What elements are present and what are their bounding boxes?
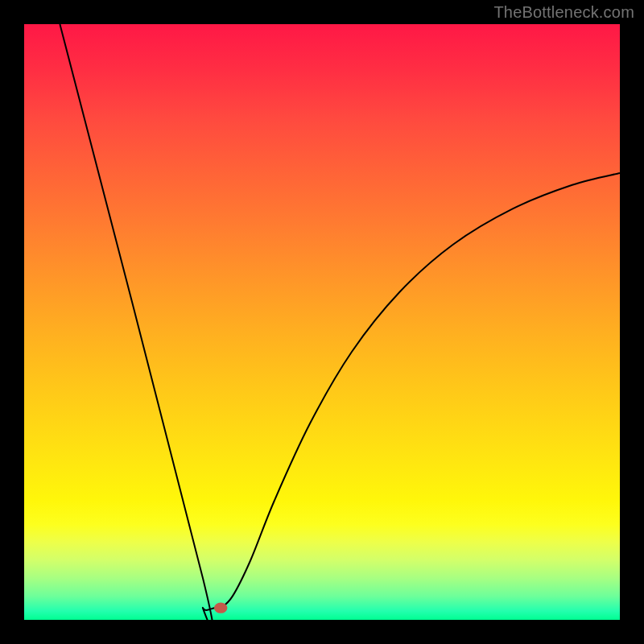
- chart-curve-svg: [24, 24, 620, 620]
- watermark-text: TheBottleneck.com: [493, 3, 634, 22]
- chart-container: TheBottleneck.com: [0, 0, 644, 644]
- optimal-point-marker: [214, 603, 227, 613]
- chart-plot-area: [24, 24, 620, 620]
- bottleneck-curve: [60, 24, 620, 630]
